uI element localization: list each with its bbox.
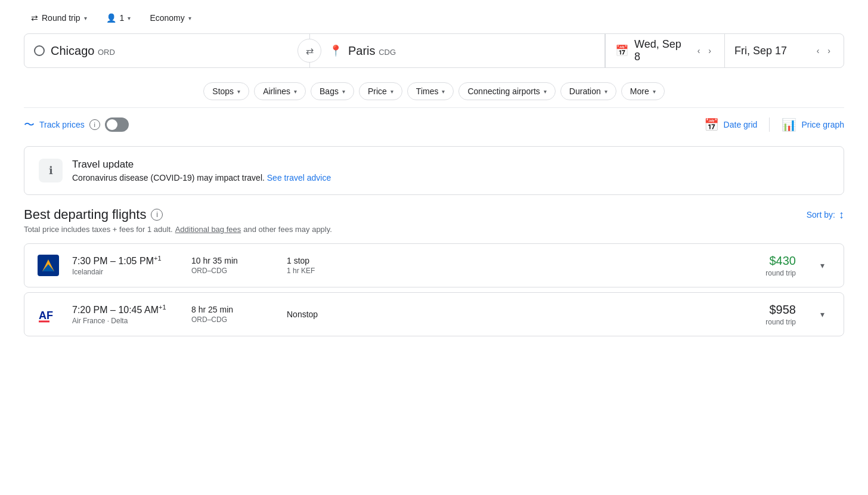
top-bar: ⇄ Round trip ▾ 👤 1 ▾ Economy ▾: [0, 0, 868, 33]
trip-type-button[interactable]: ⇄ Round trip ▾: [24, 10, 94, 26]
depart-next-button[interactable]: ›: [705, 44, 715, 58]
travel-update-message: Coronavirus disease (COVID-19) may impac…: [72, 173, 265, 182]
flights-header: Best departing flights i Sort by: ↕: [24, 207, 844, 222]
swap-button[interactable]: ⇄: [297, 39, 321, 63]
stops-text: Nonstop: [287, 310, 370, 319]
flight-times: 7:20 PM – 10:45 AM+1 Air France · Delta: [72, 304, 179, 325]
trip-type-label: Round trip: [42, 13, 80, 23]
time-range: 7:30 PM – 1:05 PM+1: [72, 255, 179, 267]
toggle-thumb: [107, 119, 117, 130]
price-amount: $958: [765, 303, 796, 317]
price-type: round trip: [765, 318, 796, 326]
track-row: 〜 Track prices i 📅 Date grid 📊 Price gra…: [0, 108, 868, 141]
filter-chip-stops[interactable]: Stops▾: [203, 82, 249, 100]
airline-logo: [36, 253, 60, 277]
travel-advice-link[interactable]: See travel advice: [267, 173, 331, 182]
passengers-chevron: ▾: [128, 15, 131, 21]
depart-date: Wed, Sep 8: [634, 38, 688, 63]
destination-city: Paris CDG: [348, 44, 396, 58]
return-date-nav: ‹ ›: [813, 44, 834, 58]
price-graph-icon: 📊: [782, 117, 796, 132]
filter-chip-times[interactable]: Times▾: [407, 82, 454, 100]
return-date-segment[interactable]: Fri, Sep 17 ‹ ›: [724, 34, 844, 67]
icelandair-logo-svg: [38, 255, 59, 276]
date-grid-button[interactable]: 📅 Date grid: [704, 117, 758, 132]
sort-icon: ↕: [839, 209, 844, 221]
flights-title: Best departing flights: [24, 207, 146, 222]
travel-update-content: Travel update Coronavirus disease (COVID…: [72, 159, 331, 182]
search-bar: Chicago ORD ⇄ 📍 Paris CDG 📅 Wed, Sep 8 ‹…: [24, 33, 844, 68]
flights-subtitle: Total price includes taxes + fees for 1 …: [24, 225, 844, 234]
flight-times: 7:30 PM – 1:05 PM+1 Icelandair: [72, 255, 179, 276]
depart-date-segment[interactable]: 📅 Wed, Sep 8 ‹ ›: [605, 34, 724, 67]
flight-card[interactable]: 7:30 PM – 1:05 PM+1 Icelandair 10 hr 35 …: [24, 243, 844, 287]
duration-text: 8 hr 25 min: [191, 305, 275, 314]
pin-icon: 📍: [329, 44, 342, 57]
track-prices-toggle[interactable]: [105, 117, 129, 132]
duration-text: 10 hr 35 min: [191, 256, 275, 265]
swap-icon: ⇄: [31, 13, 38, 23]
return-prev-button[interactable]: ‹: [813, 44, 823, 58]
flight-price: $958 round trip: [765, 303, 796, 326]
cabin-class-label: Economy: [150, 13, 184, 23]
depart-date-nav: ‹ ›: [694, 44, 715, 58]
depart-prev-button[interactable]: ‹: [694, 44, 704, 58]
travel-update-title: Travel update: [72, 159, 331, 171]
flights-info-icon[interactable]: i: [151, 209, 163, 221]
calendar-icon: 📅: [615, 44, 628, 57]
flight-card[interactable]: AF 7:20 PM – 10:45 AM+1 Air France · Del…: [24, 292, 844, 336]
passengers-button[interactable]: 👤 1 ▾: [99, 10, 138, 26]
flight-stops: Nonstop: [287, 310, 370, 319]
trip-type-chevron: ▾: [84, 15, 87, 21]
subtitle-prefix: Total price includes taxes + fees for 1 …: [24, 225, 173, 234]
person-icon: 👤: [106, 13, 116, 23]
passengers-label: 1: [120, 13, 125, 23]
airline-name: Icelandair: [72, 268, 179, 276]
flights-section: Best departing flights i Sort by: ↕ Tota…: [0, 207, 868, 336]
destination-segment[interactable]: 📍 Paris CDG: [310, 34, 605, 67]
additional-fees-link[interactable]: Additional bag fees: [175, 225, 241, 234]
subtitle-suffix: and other fees may apply.: [243, 225, 332, 234]
sort-row[interactable]: Sort by: ↕: [807, 209, 844, 221]
filter-chip-airlines[interactable]: Airlines▾: [254, 82, 306, 100]
filter-bar: Stops▾Airlines▾Bags▾Price▾Times▾Connecti…: [0, 75, 868, 107]
travel-update-card: ℹ Travel update Coronavirus disease (COV…: [24, 146, 844, 195]
filter-chip-bags[interactable]: Bags▾: [311, 82, 354, 100]
track-prices-button[interactable]: 〜 Track prices: [24, 117, 85, 132]
track-right: 📅 Date grid 📊 Price graph: [704, 117, 844, 132]
filter-chip-connecting-airports[interactable]: Connecting airports▾: [458, 82, 555, 100]
route-text: ORD–CDG: [191, 267, 275, 275]
flight-duration: 10 hr 35 min ORD–CDG: [191, 256, 275, 275]
flight-stops: 1 stop 1 hr KEF: [287, 256, 370, 275]
filter-chip-duration[interactable]: Duration▾: [560, 82, 616, 100]
filter-chip-price[interactable]: Price▾: [359, 82, 402, 100]
stop-detail: 1 hr KEF: [287, 267, 370, 275]
flight-duration: 8 hr 25 min ORD–CDG: [191, 305, 275, 324]
day-offset: +1: [154, 255, 162, 262]
track-icon: 〜: [24, 117, 35, 132]
airline-logo: AF: [36, 302, 60, 326]
expand-button[interactable]: ▾: [813, 256, 832, 275]
cabin-class-chevron: ▾: [188, 15, 191, 21]
filter-chip-more[interactable]: More▾: [621, 82, 665, 100]
price-amount: $430: [765, 254, 796, 268]
price-type: round trip: [765, 269, 796, 277]
return-next-button[interactable]: ›: [824, 44, 834, 58]
price-graph-button[interactable]: 📊 Price graph: [782, 117, 844, 132]
track-prices-info-icon[interactable]: i: [89, 119, 100, 130]
date-grid-label: Date grid: [724, 120, 758, 129]
airline-name: Air France · Delta: [72, 317, 179, 325]
cabin-class-button[interactable]: Economy ▾: [142, 10, 198, 26]
day-offset: +1: [159, 304, 166, 311]
origin-segment[interactable]: Chicago ORD ⇄: [24, 34, 310, 67]
travel-update-text: Coronavirus disease (COVID-19) may impac…: [72, 173, 331, 182]
track-prices-label: Track prices: [39, 120, 85, 129]
flight-cards-container: 7:30 PM – 1:05 PM+1 Icelandair 10 hr 35 …: [24, 243, 844, 336]
time-range: 7:20 PM – 10:45 AM+1: [72, 304, 179, 315]
price-graph-label: Price graph: [801, 120, 844, 129]
return-date: Fri, Sep 17: [734, 45, 787, 57]
travel-update-icon: ℹ: [39, 159, 63, 182]
expand-button[interactable]: ▾: [813, 305, 832, 324]
origin-circle-icon: [34, 45, 45, 56]
airfrance-logo-svg: AF: [38, 304, 59, 325]
